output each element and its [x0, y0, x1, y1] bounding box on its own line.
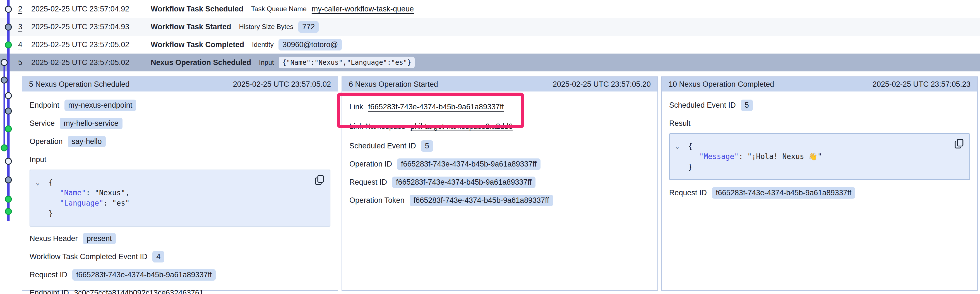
- panel-body: Scheduled Event ID 5 Result ⌄ { "Message…: [662, 92, 977, 199]
- panel-nexus-operation-started: 6 Nexus Operation Started 2025-02-25 UTC…: [342, 76, 658, 291]
- event-detail-panels: 5 Nexus Operation Scheduled 2025-02-25 U…: [22, 76, 978, 291]
- wtc-event-id-badge: 4: [152, 251, 164, 262]
- event-id-link[interactable]: 3: [18, 22, 31, 31]
- field-request-id: Request ID f665283f-743e-4374-b45b-9a61a…: [349, 176, 650, 188]
- field-label: Workflow Task Completed Event ID: [30, 253, 147, 261]
- event-name: Nexus Operation Scheduled: [151, 58, 251, 67]
- request-id-badge: f665283f-743e-4374-b45b-9a61a89337ff: [392, 176, 536, 188]
- event-name: Workflow Task Started: [151, 22, 231, 31]
- timeline-dot-completed: [5, 208, 11, 215]
- scheduled-event-id-badge: 5: [421, 140, 433, 152]
- event-timestamp: 2025-02-25 UTC 23:57:04.93: [31, 22, 151, 31]
- json-entry: "Message": "¡Hola! Nexus 👋": [670, 151, 953, 162]
- panel-body: Link f665283f-743e-4374-b45b-9a61a89337f…: [342, 92, 657, 207]
- json-close-brace: }: [670, 162, 953, 172]
- field-label: Request ID: [349, 178, 387, 187]
- event-detail-label: History Size Bytes: [239, 23, 294, 31]
- json-close-brace: }: [30, 208, 313, 219]
- field-label: Scheduled Event ID: [669, 101, 736, 110]
- field-nexus-header: Nexus Header present: [30, 232, 330, 245]
- event-timeline-gutter: [0, 0, 19, 294]
- timeline-dot-completed: [1, 145, 7, 151]
- timeline-dot-none: [5, 6, 11, 12]
- panel-body: Endpoint my-nexus-endpoint Service my-he…: [22, 92, 338, 294]
- event-row-3[interactable]: 3 2025-02-25 UTC 23:57:04.93 Workflow Ta…: [0, 18, 980, 36]
- timeline-dot-started: [1, 77, 7, 83]
- event-name: Workflow Task Scheduled: [151, 5, 243, 13]
- event-id-link[interactable]: 5: [18, 58, 31, 67]
- event-detail-label: Task Queue Name: [251, 5, 307, 13]
- event-history-list: 2 2025-02-25 UTC 23:57:04.92 Workflow Ta…: [0, 0, 980, 72]
- field-endpoint-id: Endpoint ID 3c0c75ccfa8144b092c13ce63246…: [30, 287, 330, 294]
- event-timestamp: 2025-02-25 UTC 23:57:05.02: [31, 58, 151, 67]
- field-link: Link f665283f-743e-4374-b45b-9a61a89337f…: [349, 101, 650, 113]
- copy-icon[interactable]: [955, 138, 964, 149]
- field-endpoint: Endpoint my-nexus-endpoint: [30, 99, 330, 111]
- timeline-dot-none: [5, 158, 11, 164]
- event-id-link[interactable]: 4: [18, 40, 31, 49]
- event-detail-label: Identity: [252, 41, 274, 49]
- field-label: Operation Token: [349, 196, 405, 205]
- timeline-dot-started: [5, 24, 11, 30]
- task-queue-link[interactable]: my-caller-workflow-task-queue: [312, 5, 414, 13]
- field-label: Service: [30, 119, 55, 128]
- panel-header: 5 Nexus Operation Scheduled 2025-02-25 U…: [22, 77, 338, 92]
- operation-badge: say-hello: [68, 136, 106, 147]
- json-entry: "Name": "Nexus",: [30, 188, 313, 198]
- field-operation-id: Operation ID f665283f-743e-4374-b45b-9a6…: [349, 158, 650, 170]
- field-result-label: Result: [669, 117, 970, 129]
- field-scheduled-event-id: Scheduled Event ID 5: [349, 140, 650, 152]
- copy-icon[interactable]: [315, 175, 325, 186]
- field-label: Link Namespace: [349, 122, 406, 131]
- input-json-viewer: ⌄ { "Name": "Nexus", "Language": "es" }: [30, 170, 330, 227]
- panel-header: 10 Nexus Operation Completed 2025-02-25 …: [662, 77, 977, 92]
- field-label: Endpoint ID: [30, 289, 69, 294]
- panel-nexus-operation-completed: 10 Nexus Operation Completed 2025-02-25 …: [661, 76, 978, 291]
- event-name: Workflow Task Completed: [151, 40, 244, 49]
- event-timestamp: 2025-02-25 UTC 23:57:05.02: [31, 40, 151, 49]
- nexus-header-badge: present: [83, 233, 116, 244]
- request-id-badge: f665283f-743e-4374-b45b-9a61a89337ff: [712, 187, 855, 199]
- timeline-dot-completed: [5, 42, 11, 48]
- endpoint-badge: my-nexus-endpoint: [64, 100, 137, 111]
- field-operation-token: Operation Token f665283f-743e-4374-b45b-…: [349, 194, 650, 207]
- event-row-5-selected[interactable]: 5 2025-02-25 UTC 23:57:05.02 Nexus Opera…: [0, 54, 980, 72]
- scheduled-event-id-badge: 5: [741, 100, 753, 111]
- timeline-dot-completed: [5, 196, 11, 202]
- field-input-label: Input: [30, 153, 330, 166]
- field-wtc-event-id: Workflow Task Completed Event ID 4: [30, 251, 330, 263]
- input-preview-badge: {"Name":"Nexus","Language":"es"}: [279, 57, 414, 68]
- timeline-dot-none: [5, 92, 11, 99]
- json-open-brace: {: [30, 177, 313, 188]
- panel-timestamp: 2025-02-25 UTC 23:57:05.23: [873, 80, 970, 89]
- event-row-2[interactable]: 2 2025-02-25 UTC 23:57:04.92 Workflow Ta…: [0, 0, 980, 18]
- event-id-link[interactable]: 2: [18, 5, 31, 13]
- timeline-dot-none: [1, 59, 7, 65]
- field-label: Operation: [30, 137, 63, 146]
- field-request-id: Request ID f665283f-743e-4374-b45b-9a61a…: [669, 187, 970, 199]
- link-namespace-link[interactable]: phil-target-namespace2.a2dd6: [410, 122, 512, 131]
- panel-title: 10 Nexus Operation Completed: [668, 80, 774, 89]
- field-label: Operation ID: [349, 160, 392, 168]
- panel-timestamp: 2025-02-25 UTC 23:57:05.02: [233, 80, 331, 89]
- field-link-namespace: Link Namespace phil-target-namespace2.a2…: [349, 120, 650, 132]
- field-label: Request ID: [30, 270, 67, 279]
- panel-timestamp: 2025-02-25 UTC 23:57:05.20: [553, 80, 651, 89]
- panel-header: 6 Nexus Operation Started 2025-02-25 UTC…: [342, 77, 657, 92]
- operation-token-badge: f665283f-743e-4374-b45b-9a61a89337ff: [410, 195, 553, 206]
- timeline-dot-completed: [5, 126, 11, 132]
- event-row-4[interactable]: 4 2025-02-25 UTC 23:57:05.02 Workflow Ta…: [0, 36, 980, 54]
- field-label: Scheduled Event ID: [349, 142, 416, 150]
- field-label: Input: [30, 156, 46, 164]
- link-uuid-link[interactable]: f665283f-743e-4374-b45b-9a61a89337ff: [368, 103, 504, 111]
- field-label: Request ID: [669, 189, 707, 197]
- event-detail-label: Input: [259, 59, 274, 67]
- panel-nexus-operation-scheduled: 5 Nexus Operation Scheduled 2025-02-25 U…: [22, 76, 338, 291]
- history-size-badge: 772: [298, 21, 319, 33]
- operation-id-badge: f665283f-743e-4374-b45b-9a61a89337ff: [397, 159, 541, 170]
- field-service: Service my-hello-service: [30, 117, 330, 129]
- endpoint-id-link[interactable]: 3c0c75ccfa8144b092c13ce632463761: [74, 289, 204, 294]
- field-label: Nexus Header: [30, 234, 78, 243]
- field-scheduled-event-id: Scheduled Event ID 5: [669, 99, 970, 111]
- field-request-id: Request ID f665283f-743e-4374-b45b-9a61a…: [30, 269, 330, 281]
